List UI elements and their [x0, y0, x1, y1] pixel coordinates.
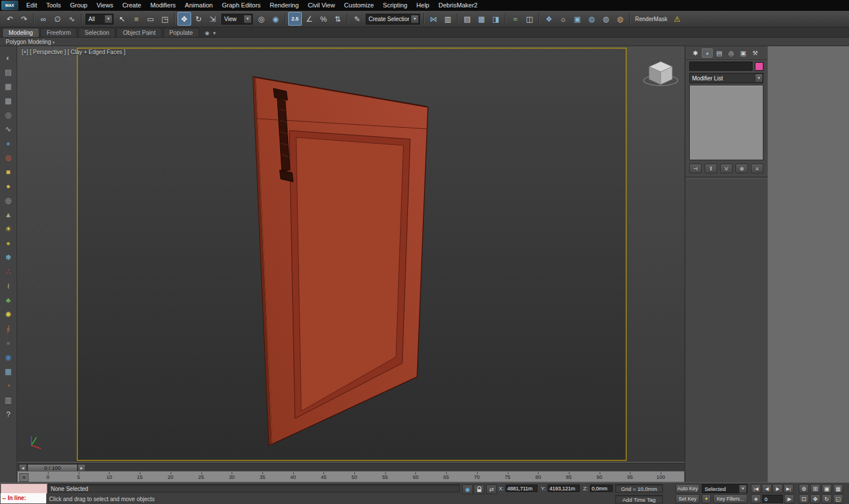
- schematic-view-icon[interactable]: ◫: [523, 12, 536, 26]
- blue-sphere-icon[interactable]: ●: [2, 137, 15, 149]
- warning-icon[interactable]: ⚠: [670, 12, 684, 26]
- select-and-link-icon[interactable]: ∞: [37, 12, 50, 26]
- menu-scripting[interactable]: Scripting: [378, 0, 412, 11]
- menu-graph-editors[interactable]: Graph Editors: [217, 0, 265, 11]
- select-by-name-icon[interactable]: ≡: [130, 12, 143, 26]
- rectangular-selection-icon[interactable]: ▭: [144, 12, 157, 26]
- horn-icon[interactable]: ∮: [2, 323, 15, 335]
- current-frame-field[interactable]: 0: [762, 495, 783, 503]
- add-time-tag[interactable]: Add Time Tag: [615, 495, 663, 503]
- modify-tab[interactable]: ◕: [702, 48, 713, 58]
- selection-set-filter-dropdown[interactable]: Selected: [702, 484, 747, 493]
- graphite-ribbon-icon[interactable]: ◨: [489, 12, 503, 26]
- menu-modifiers[interactable]: Modifiers: [145, 0, 180, 11]
- select-and-rotate-icon[interactable]: ↻: [192, 12, 205, 26]
- ribbon-tab-object-paint[interactable]: Object Paint: [116, 28, 161, 37]
- menu-debrismaker2[interactable]: DebrisMaker2: [434, 0, 482, 11]
- menu-tools[interactable]: Tools: [42, 0, 66, 11]
- viewcube[interactable]: [644, 62, 678, 86]
- world-sphere-icon[interactable]: ◉: [2, 351, 15, 363]
- x-coord-field[interactable]: 4881,711m: [506, 485, 537, 492]
- pan-icon[interactable]: ✥: [810, 494, 820, 503]
- selection-lock-icon[interactable]: [474, 485, 484, 494]
- y-coord-field[interactable]: 4193,121m: [548, 485, 580, 492]
- render-iterative-icon[interactable]: ◍: [599, 12, 613, 26]
- ribbon-subtab-polygon-modeling[interactable]: Polygon Modeling: [6, 39, 55, 45]
- perspective-viewport[interactable]: [+] [ Perspective ] [ Clay + Edged Faces…: [17, 46, 685, 462]
- object-color-swatch[interactable]: [755, 62, 763, 71]
- red-torus-icon[interactable]: ◍: [2, 152, 15, 164]
- align-icon[interactable]: ▥: [441, 12, 455, 26]
- window-crossing-icon[interactable]: ◳: [158, 12, 172, 26]
- material-editor-icon[interactable]: ❖: [542, 12, 556, 26]
- track-bar[interactable]: 0510152025303540455055606570758085909510…: [17, 471, 685, 482]
- select-and-move-icon[interactable]: ✥: [177, 12, 191, 26]
- isolate-selection-icon[interactable]: [462, 485, 473, 494]
- modifier-stack[interactable]: [689, 85, 763, 160]
- render-setup-icon[interactable]: ☼: [556, 12, 570, 26]
- orbit-icon[interactable]: ↻: [822, 494, 832, 503]
- cylinder-icon[interactable]: ◎: [2, 109, 15, 121]
- named-selection-set-dropdown[interactable]: Create Selection Se: [366, 14, 420, 25]
- foliage-icon[interactable]: ♣: [2, 294, 15, 306]
- menu-edit[interactable]: Edit: [22, 0, 42, 11]
- zoom-all-icon[interactable]: ⊞: [810, 484, 820, 493]
- menu-views[interactable]: Views: [92, 0, 118, 11]
- select-and-scale-icon[interactable]: ⇲: [206, 12, 220, 26]
- yellow-sphere-icon[interactable]: ●: [2, 180, 15, 192]
- scene-explorer-icon[interactable]: ▦: [475, 12, 488, 26]
- render-production-icon[interactable]: ◍: [585, 12, 599, 26]
- checker-grid-icon[interactable]: ▦: [2, 80, 15, 92]
- max-logo[interactable]: MAX: [1, 1, 18, 10]
- mini-curve-editor-icon[interactable]: [19, 473, 29, 482]
- z-coord-field[interactable]: 0,0mm: [590, 485, 613, 492]
- olive-sphere-icon[interactable]: ●: [2, 237, 15, 249]
- zoom-icon[interactable]: ⊕: [799, 484, 809, 493]
- cone-icon[interactable]: ▲: [2, 209, 15, 221]
- layer-manager-icon[interactable]: ▤: [460, 12, 474, 26]
- show-end-result-button[interactable]: ‖: [705, 164, 717, 173]
- globe-icon[interactable]: ◐: [2, 52, 15, 64]
- pin-stack-button[interactable]: ⊣: [689, 164, 702, 173]
- stacked-boxes-icon[interactable]: ▥: [2, 394, 15, 406]
- utilities-tab[interactable]: ⚒: [750, 48, 761, 58]
- ribbon-tab-freeform[interactable]: Freeform: [41, 28, 78, 37]
- hierarchy-tab[interactable]: ▤: [714, 48, 725, 58]
- menu-civil-view[interactable]: Civil View: [304, 0, 339, 11]
- menu-create[interactable]: Create: [118, 0, 145, 11]
- ribbon-tab-modeling[interactable]: Modeling: [2, 28, 39, 37]
- bone-icon[interactable]: ≀: [2, 280, 15, 292]
- edit-named-selection-icon[interactable]: ✎: [350, 12, 364, 26]
- angle-snap-icon[interactable]: ∠: [302, 12, 316, 26]
- time-slider[interactable]: 0 / 100: [17, 462, 685, 471]
- menu-help[interactable]: Help: [412, 0, 434, 11]
- object-name-field[interactable]: [689, 62, 753, 71]
- make-unique-button[interactable]: V: [720, 164, 733, 173]
- curve-editor-icon[interactable]: ≈: [508, 12, 522, 26]
- menu-animation[interactable]: Animation: [180, 0, 217, 11]
- key-mode-toggle[interactable]: [751, 494, 761, 503]
- ribbon-tab-selection[interactable]: Selection: [78, 28, 115, 37]
- time-slider-track[interactable]: 0 / 100: [18, 463, 684, 472]
- viewport-label[interactable]: [+] [ Perspective ] [ Clay + Edged Faces…: [22, 49, 126, 55]
- go-to-start-button[interactable]: |◀: [751, 484, 761, 493]
- yellow-hand-icon[interactable]: ✺: [2, 308, 15, 320]
- motion-tab[interactable]: ◎: [726, 48, 737, 58]
- menu-rendering[interactable]: Rendering: [265, 0, 304, 11]
- modifier-list-dropdown[interactable]: Modifier List: [689, 73, 763, 83]
- red-spray-icon[interactable]: ∴: [2, 266, 15, 278]
- maxscript-listener-field[interactable]: -- In line:: [1, 493, 46, 503]
- undo-icon[interactable]: ↶: [3, 12, 17, 26]
- ribbon-tab-populate[interactable]: Populate: [163, 28, 199, 37]
- menu-customize[interactable]: Customize: [339, 0, 378, 11]
- spinner-snap-icon[interactable]: ⇅: [331, 12, 345, 26]
- selection-filter-dropdown[interactable]: All: [86, 14, 114, 25]
- auto-key-button[interactable]: Auto Key: [676, 484, 700, 493]
- display-tab[interactable]: ▣: [738, 48, 749, 58]
- zoom-extents-icon[interactable]: ▣: [822, 484, 832, 493]
- snap-toggle[interactable]: 2.5: [288, 12, 302, 26]
- snowflake-particles-icon[interactable]: ❄: [2, 251, 15, 263]
- previous-frame-button[interactable]: ◀: [762, 484, 772, 493]
- set-key-button[interactable]: Set Key: [676, 494, 700, 503]
- rendered-frame-icon[interactable]: ▣: [571, 12, 584, 26]
